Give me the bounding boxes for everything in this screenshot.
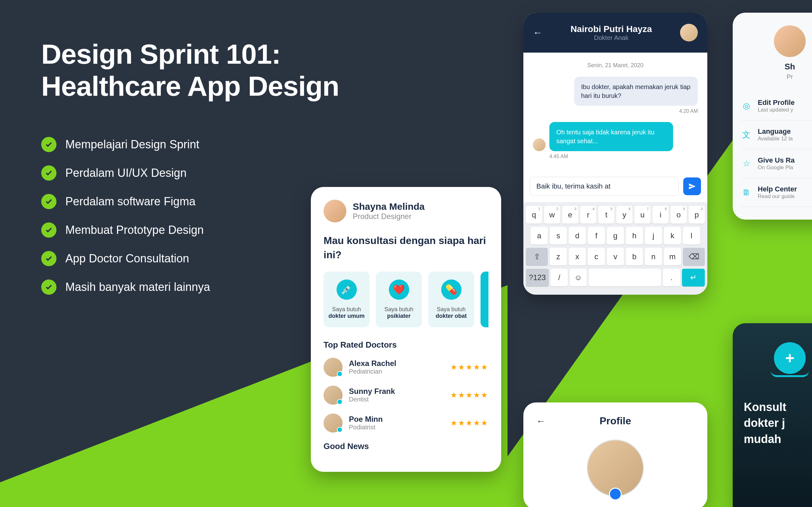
slash-key[interactable]: / [551, 269, 568, 286]
settings-role: Pr [741, 73, 812, 80]
user-role: Product Designer [353, 212, 425, 221]
doctor-row[interactable]: Alexa RachelPediatrician★★★★★ [323, 358, 489, 377]
document-icon: 🗎 [741, 187, 752, 198]
key-w[interactable]: w2 [544, 206, 560, 224]
chat-date: Senin, 21 Maret, 2020 [533, 62, 698, 69]
check-icon [41, 194, 56, 209]
item-title: Help Center [758, 185, 797, 193]
user-name: Shayna Melinda [353, 201, 425, 212]
consult-question: Mau konsultasi dengan siapa hari ini? [323, 233, 489, 262]
doctor-name: Sunny Frank [349, 387, 395, 396]
item-title: Edit Profile [758, 99, 795, 107]
settings-item-profile[interactable]: ◎Edit ProfileLast updated y [741, 92, 812, 120]
key-m[interactable]: m [664, 248, 681, 266]
key-j[interactable]: j [645, 227, 662, 245]
key-y[interactable]: y6 [616, 206, 632, 224]
send-button[interactable] [683, 177, 701, 195]
check-icon [41, 279, 56, 295]
shift-key[interactable]: ⇧ [526, 248, 548, 266]
chat-doctor-name: Nairobi Putri Hayza [549, 24, 674, 34]
settings-avatar[interactable] [774, 25, 806, 57]
key-z[interactable]: z [550, 248, 567, 266]
key-g[interactable]: g [607, 227, 624, 245]
key-t[interactable]: t5 [598, 206, 614, 224]
gender-badge-icon [609, 488, 622, 500]
key-s[interactable]: s [550, 227, 567, 245]
back-arrow-icon[interactable]: ← [533, 27, 542, 38]
chat-input[interactable]: Baik ibu, terima kasih at [530, 177, 679, 196]
settings-item-help[interactable]: 🗎Help CenterRead our guide [741, 178, 812, 207]
profile-title: Profile [536, 415, 695, 427]
category-card-psikiater[interactable]: ❤️Saya butuhpsikiater [376, 272, 422, 327]
key-x[interactable]: x [569, 248, 586, 266]
key-h[interactable]: h [626, 227, 643, 245]
emoji-key[interactable]: ☺ [570, 269, 587, 286]
item-title: Give Us Ra [758, 156, 795, 164]
category-card-partial[interactable] [480, 272, 489, 327]
category-row: 💉Saya butuhdokter umum ❤️Saya butuhpsiki… [323, 272, 489, 327]
message-time: 4.20 AM [533, 108, 698, 114]
item-sub: Last updated y [758, 107, 795, 113]
bullet-text: Perdalam UI/UX Design [65, 166, 187, 180]
app-chat-screen: ← Nairobi Putri Hayza Dokter Anak Senin,… [523, 13, 707, 295]
key-a[interactable]: a [531, 227, 548, 245]
key-v[interactable]: v [607, 248, 624, 266]
app-home-screen: Shayna Melinda Product Designer Mau kons… [311, 187, 501, 472]
item-sub: Read our guide [758, 193, 797, 200]
item-sub: On Google Pla [758, 164, 795, 171]
cat-bold: psikiater [380, 313, 417, 320]
chat-header: ← Nairobi Putri Hayza Dokter Anak [523, 13, 707, 53]
key-p[interactable]: p0 [689, 206, 705, 224]
chat-doctor-avatar[interactable] [680, 24, 698, 42]
backspace-key[interactable]: ⌫ [683, 248, 705, 266]
key-r[interactable]: r4 [580, 206, 596, 224]
profile-avatar[interactable] [587, 440, 644, 497]
pill-icon: 💊 [441, 279, 461, 300]
title-line2: Healthcare App Design [41, 70, 339, 102]
doctor-spec: Pediatrician [349, 368, 396, 375]
item-sub: Available 12 la [758, 135, 793, 142]
stars-icon: ★★★★★ [450, 391, 489, 400]
app-profile-screen: ← Profile [523, 402, 707, 507]
doctor-avatar [323, 386, 343, 405]
user-avatar[interactable] [323, 200, 346, 222]
check-icon [41, 222, 56, 238]
doctor-row[interactable]: Poe MinnPodiatrist★★★★★ [323, 413, 489, 433]
item-title: Language [758, 127, 793, 135]
section-doctors: Top Rated Doctors [323, 340, 489, 350]
app-splash-screen: Konsultdokter jmudah [733, 323, 812, 507]
key-e[interactable]: e3 [562, 206, 578, 224]
settings-item-language[interactable]: 文LanguageAvailable 12 la [741, 120, 812, 149]
key-f[interactable]: f [588, 227, 605, 245]
key-q[interactable]: q1 [526, 206, 542, 224]
space-key[interactable] [589, 269, 661, 286]
cat-label: Saya butuh [332, 306, 361, 313]
doctor-spec: Dentist [349, 396, 395, 403]
enter-key[interactable]: ↵ [682, 269, 705, 286]
symbols-key[interactable]: ?123 [526, 269, 549, 286]
key-u[interactable]: u7 [635, 206, 651, 224]
key-d[interactable]: d [569, 227, 586, 245]
doctor-row[interactable]: Sunny FrankDentist★★★★★ [323, 386, 489, 405]
bullet-text: Perdalam software Figma [65, 195, 195, 208]
doctor-name: Alexa Rachel [349, 359, 396, 368]
app-logo-icon [774, 342, 806, 374]
doctor-avatar [323, 358, 343, 377]
key-b[interactable]: b [626, 248, 643, 266]
category-card-obat[interactable]: 💊Saya butuhdokter obat [428, 272, 474, 327]
key-k[interactable]: k [664, 227, 681, 245]
cat-bold: dokter obat [433, 313, 469, 320]
message-incoming: Oh tentu saja tidak karena jeruk itu san… [549, 122, 673, 151]
message-time: 4.45 AM [549, 154, 698, 159]
key-o[interactable]: o9 [670, 206, 687, 224]
key-c[interactable]: c [588, 248, 605, 266]
key-i[interactable]: i8 [653, 206, 669, 224]
cat-label: Saya butuh [385, 306, 413, 313]
period-key[interactable]: . [663, 269, 680, 286]
section-news: Good News [323, 441, 489, 451]
category-card-umum[interactable]: 💉Saya butuhdokter umum [323, 272, 369, 327]
key-n[interactable]: n [645, 248, 662, 266]
user-header[interactable]: Shayna Melinda Product Designer [323, 200, 489, 222]
key-l[interactable]: l [683, 227, 700, 245]
settings-item-rate[interactable]: ☆Give Us RaOn Google Pla [741, 149, 812, 178]
